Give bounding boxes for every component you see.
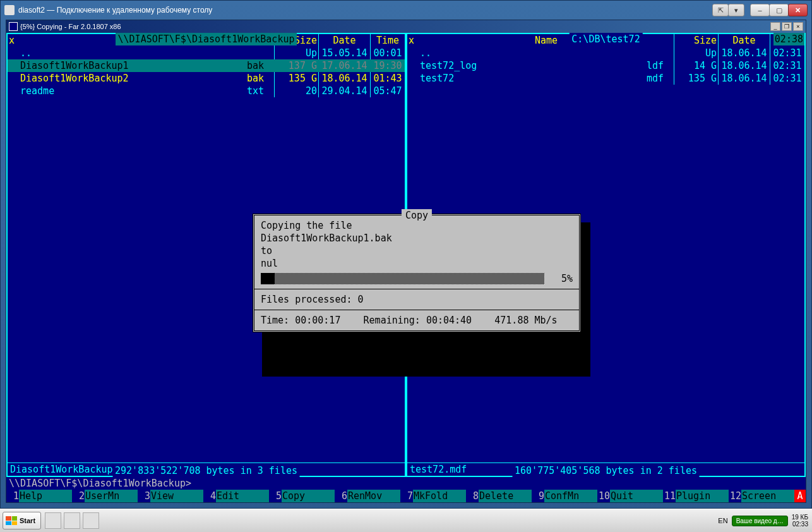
language-indicator[interactable]: EN — [718, 517, 727, 524]
left-panel-path[interactable]: \\DIASOFT\F$\Diasoft1WorkBackup — [116, 33, 297, 45]
rdp-window: diasoft2 — Подключение к удаленному рабо… — [0, 0, 812, 509]
fkey-5[interactable]: 5Copy — [269, 490, 335, 502]
windows-flag-icon — [6, 516, 17, 525]
quick-launch-2[interactable] — [64, 512, 80, 529]
copy-dialog[interactable]: Copy Copying the file Diasoft1WorkBackup… — [253, 214, 581, 332]
outer-window-title: diasoft2 — Подключение к удаленному рабо… — [18, 6, 212, 15]
progress-bar: 5% — [261, 272, 573, 285]
left-file-row[interactable]: Diasoft1WorkBackup1bak137 G17.06.1419:30 — [8, 59, 405, 72]
fkey-6[interactable]: 6RenMov — [335, 490, 400, 502]
taskbar[interactable]: Start EN Ваше видео д… 19 КБ 02:33 — [0, 509, 812, 532]
fkey-11[interactable]: 11Plugin — [663, 490, 729, 502]
inner-minimize-button[interactable]: _ — [770, 22, 780, 31]
maximize-button[interactable]: ▢ — [769, 4, 789, 16]
fkey-3[interactable]: 3View — [138, 490, 203, 502]
fkey-2[interactable]: 2UserMn — [72, 490, 138, 502]
inner-window-title: {5%} Copying - Far 2.0.1807 x86 — [20, 23, 121, 30]
key-bar: 1Help2UserMn3View4Edit5Copy6RenMov7MkFol… — [6, 490, 806, 502]
pin-button[interactable]: ⇱ — [712, 4, 729, 16]
command-line[interactable]: \\DIASOFT\F$\Diasoft1WorkBackup> — [6, 477, 806, 490]
fkey-9[interactable]: 9ConfMn — [532, 490, 597, 502]
rdp-icon — [4, 5, 15, 15]
left-file-row[interactable]: Diasoft1WorkBackup2bak135 G18.06.1401:43 — [8, 72, 405, 85]
right-file-row[interactable]: test72_logldf14 G18.06.1402:31 — [407, 59, 804, 72]
dialog-files-processed: Files processed: 0 — [261, 293, 573, 306]
right-panel-footer: 160'775'405'568 bytes in 2 files — [512, 464, 700, 477]
left-file-row[interactable]: readmetxt2029.04.1405:47 — [8, 85, 405, 97]
dialog-line-3: to — [261, 245, 573, 257]
fkey-12[interactable]: 12Screen — [729, 490, 794, 502]
tray-clock[interactable]: 19 КБ 02:33 — [792, 514, 808, 528]
close-button[interactable]: ✕ — [788, 4, 808, 16]
minimize-button[interactable]: – — [750, 4, 770, 16]
left-panel-footer: 292'833'522'708 bytes in 3 files — [112, 464, 300, 477]
far-window: {5%} Copying - Far 2.0.1807 x86 _ ❐ × \\… — [6, 20, 806, 503]
clock: 02:38 — [773, 33, 804, 45]
quick-launch-3[interactable] — [83, 512, 99, 529]
fkey-4[interactable]: 4Edit — [203, 490, 269, 502]
inner-titlebar[interactable]: {5%} Copying - Far 2.0.1807 x86 _ ❐ × — [6, 20, 806, 33]
outer-titlebar[interactable]: diasoft2 — Подключение к удаленному рабо… — [1, 1, 811, 20]
start-button[interactable]: Start — [3, 512, 41, 529]
status-indicator: A — [794, 490, 806, 502]
right-panel-path[interactable]: C:\DB\test72 — [569, 33, 642, 45]
progress-percent: 5% — [544, 272, 573, 285]
fkey-1[interactable]: 1Help — [6, 490, 72, 502]
fkey-7[interactable]: 7MkFold — [400, 490, 466, 502]
system-tray[interactable]: EN Ваше видео д… 19 КБ 02:33 — [714, 514, 812, 528]
tray-notification[interactable]: Ваше видео д… — [732, 516, 788, 526]
fkey-8[interactable]: 8Delete — [466, 490, 532, 502]
dialog-target: nul — [261, 257, 573, 270]
right-file-row[interactable]: test72mdf135 G18.06.1402:31 — [407, 72, 804, 85]
right-file-row[interactable]: ..Up18.06.1402:31 — [407, 47, 804, 59]
dialog-time-line: Time: 00:00:17 Remaining: 00:04:40 471.8… — [261, 314, 573, 327]
inner-restore-button[interactable]: ❐ — [782, 22, 792, 31]
dropdown-button[interactable]: ▾ — [728, 4, 744, 16]
quick-launch-1[interactable] — [45, 512, 61, 529]
inner-close-button[interactable]: × — [793, 22, 803, 31]
left-file-row[interactable]: ..Up15.05.1400:01 — [8, 47, 405, 59]
far-icon — [9, 22, 18, 31]
fkey-10[interactable]: 10Quit — [597, 490, 663, 502]
console-area: \\DIASOFT\F$\Diasoft1WorkBackup x Name S… — [6, 33, 806, 502]
dialog-source-file: Diasoft1WorkBackup1.bak — [261, 232, 573, 245]
dialog-title: Copy — [402, 209, 432, 222]
